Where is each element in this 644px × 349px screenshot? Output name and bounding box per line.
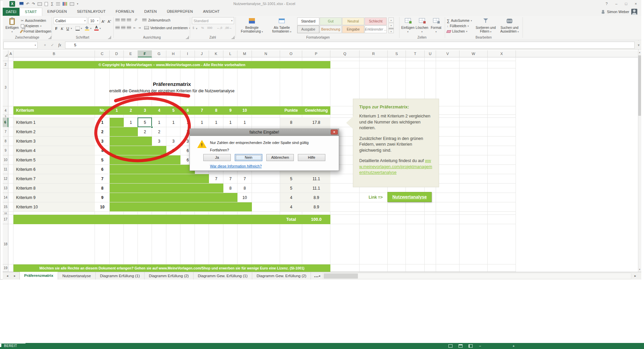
row-header-7[interactable]: 7: [3, 127, 8, 137]
column-header-G[interactable]: G: [152, 50, 166, 57]
column-header-I[interactable]: I: [180, 50, 195, 57]
gewichtung-14[interactable]: 8.9: [302, 193, 330, 202]
column-header-L[interactable]: L: [223, 50, 237, 57]
criterion-nr-13[interactable]: 8: [95, 184, 110, 193]
row-header-2[interactable]: 2: [3, 61, 8, 68]
fill-handle[interactable]: [151, 126, 153, 128]
sheet-tab-diagramm-erfüllung-1-[interactable]: Diagramm Erfüllung (1): [96, 272, 145, 280]
sheet-nav-left-icon[interactable]: ◄: [4, 272, 11, 280]
criterion-nr-6[interactable]: 1: [95, 118, 110, 127]
nein-button[interactable]: Nein: [235, 154, 262, 161]
row-header-13[interactable]: 13: [3, 184, 8, 193]
green-bar-14[interactable]: [110, 193, 237, 202]
column-header-F[interactable]: F: [138, 50, 152, 57]
cell-G8[interactable]: 3: [152, 137, 166, 146]
green-bar-7[interactable]: [110, 127, 138, 136]
column-header-R[interactable]: R: [360, 50, 388, 57]
row-header-10[interactable]: 10: [3, 155, 8, 165]
row-header-5[interactable]: 5: [3, 115, 8, 118]
sheet-tab-präferenzmatrix[interactable]: Präferenzmatrix: [19, 272, 58, 280]
hscroll-right-icon[interactable]: ►: [632, 272, 639, 280]
green-bar-8[interactable]: [110, 137, 152, 146]
column-header-S[interactable]: S: [388, 50, 406, 57]
criterion-nr-12[interactable]: 7: [95, 174, 110, 184]
cell-H8[interactable]: 3: [166, 137, 180, 146]
hscroll-left-icon[interactable]: ◄: [316, 272, 323, 280]
column-header-P[interactable]: P: [302, 50, 330, 57]
select-all-corner[interactable]: [3, 50, 8, 57]
criterion-nr-8[interactable]: 3: [95, 137, 110, 146]
column-header-B[interactable]: B: [13, 50, 95, 57]
column-header-H[interactable]: H: [166, 50, 180, 57]
dialog-close-icon[interactable]: ×: [331, 130, 338, 135]
row-header-3[interactable]: 3: [3, 68, 8, 106]
abbrechen-button[interactable]: Abbrechen: [266, 154, 294, 161]
cell-L13[interactable]: 8: [223, 184, 237, 193]
row-header-9[interactable]: 9: [3, 146, 8, 155]
row-header-12[interactable]: 12: [3, 174, 8, 184]
criterion-nr-9[interactable]: 4: [95, 146, 110, 155]
cell-M12[interactable]: 7: [237, 174, 252, 184]
row-header-19[interactable]: 19: [3, 264, 8, 272]
row-header-6[interactable]: 6: [3, 118, 8, 127]
green-bar-12[interactable]: [110, 174, 209, 183]
green-bar-11[interactable]: [110, 165, 195, 174]
page-break-view-icon[interactable]: [469, 344, 473, 348]
horizontal-scrollbar[interactable]: [323, 273, 631, 279]
gewichtung-6[interactable]: 17.8: [302, 118, 330, 127]
active-cell-border[interactable]: [138, 117, 152, 127]
row-header-15[interactable]: 15: [3, 202, 8, 212]
cell-H6[interactable]: 1: [166, 118, 180, 127]
row-header-8[interactable]: 8: [3, 137, 8, 146]
hilfe-button[interactable]: Hilfe: [298, 154, 325, 161]
punkte-14[interactable]: 4: [280, 193, 302, 202]
punkte-12[interactable]: 5: [280, 174, 302, 184]
column-header-U[interactable]: U: [425, 50, 436, 57]
cell-G7[interactable]: 2: [152, 127, 166, 137]
dialog-help-link[interactable]: War diese Information hilfreich?: [210, 164, 262, 168]
row-header-14[interactable]: 14: [3, 193, 8, 202]
zoom-out-icon[interactable]: −: [479, 343, 481, 349]
cell-J6[interactable]: 1: [195, 118, 209, 127]
scroll-down-icon[interactable]: ▼: [638, 267, 641, 272]
column-header-W[interactable]: W: [460, 50, 488, 57]
normal-view-icon[interactable]: [448, 344, 452, 348]
gewichtung-13[interactable]: 11.1: [302, 184, 330, 193]
column-header-J[interactable]: J: [195, 50, 209, 57]
column-header-V[interactable]: V: [436, 50, 460, 57]
criterion-nr-11[interactable]: 6: [95, 165, 110, 174]
cell-K12[interactable]: 7: [209, 174, 223, 184]
cell-G6[interactable]: 1: [152, 118, 166, 127]
cell-I6[interactable]: 1: [180, 118, 195, 127]
column-header-X[interactable]: X: [488, 50, 516, 57]
column-header-Q[interactable]: Q: [330, 50, 360, 57]
column-header-N[interactable]: N: [252, 50, 280, 57]
criterion-nr-15[interactable]: 10: [95, 202, 110, 212]
nutzwertanalyse-button[interactable]: Nutzwertanalyse: [387, 192, 432, 202]
row-header-16[interactable]: 16: [3, 212, 8, 215]
cell-M14[interactable]: 10: [237, 193, 252, 202]
row-header-18[interactable]: 18: [3, 224, 8, 264]
green-bar-9[interactable]: [110, 146, 166, 155]
cell-L12[interactable]: 7: [223, 174, 237, 184]
sheet-tab-diagramm-gew-erfüllung-2-[interactable]: Diagramm Gew. Erfüllung (2): [252, 272, 311, 280]
gewichtung-15[interactable]: 8.9: [302, 202, 330, 212]
column-header-A[interactable]: A: [8, 50, 13, 57]
column-header-K[interactable]: K: [209, 50, 223, 57]
sheet-tab-nutzwertanalyse[interactable]: Nutzwertanalyse: [58, 272, 96, 280]
criterion-nr-10[interactable]: 5: [95, 155, 110, 165]
row-header-1[interactable]: [3, 57, 8, 61]
cell-L6[interactable]: 1: [223, 118, 237, 127]
green-bar-13[interactable]: [110, 184, 223, 193]
scroll-up-icon[interactable]: ▲: [638, 50, 641, 55]
cell-F7[interactable]: 2: [138, 127, 152, 137]
column-header-C[interactable]: C: [95, 50, 110, 57]
column-header-O[interactable]: O: [280, 50, 302, 57]
sheet-tab-diagramm-erfüllung-2-[interactable]: Diagramm Erfüllung (2): [145, 272, 194, 280]
vertical-scroll-thumb[interactable]: [638, 55, 641, 116]
cell-E6[interactable]: 1: [124, 118, 138, 127]
column-header-D[interactable]: D: [110, 50, 124, 57]
green-bar-10[interactable]: [110, 155, 180, 164]
gewichtung-12[interactable]: 11.1: [302, 174, 330, 184]
zoom-in-icon[interactable]: +: [513, 343, 515, 349]
